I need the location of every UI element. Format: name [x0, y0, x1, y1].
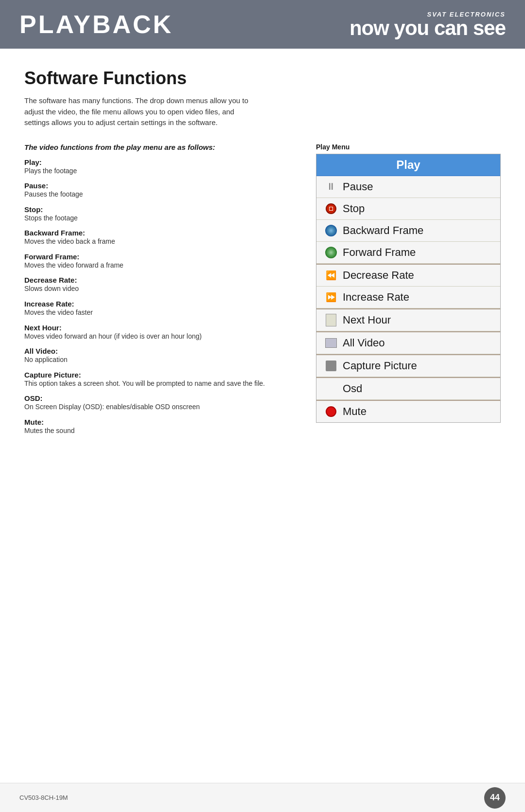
function-next-hour-desc: Moves video forward an hour (if video is…	[24, 332, 297, 342]
function-all-video-desc: No application	[24, 355, 297, 365]
function-next-hour-name: Next Hour:	[24, 324, 297, 332]
mute-icon	[324, 405, 338, 418]
functions-label: The video functions from the play menu a…	[24, 143, 297, 151]
function-mute-desc: Mutes the sound	[24, 426, 297, 436]
function-pause-name: Pause:	[24, 181, 297, 190]
increase-rate-label: Increase Rate	[343, 291, 409, 304]
function-mute-name: Mute:	[24, 418, 297, 426]
function-next-hour: Next Hour: Moves video forward an hour (…	[24, 324, 297, 342]
function-play-name: Play:	[24, 158, 297, 166]
function-osd-desc: On Screen Display (OSD): enables/disable…	[24, 402, 297, 412]
function-osd-name: OSD:	[24, 394, 297, 402]
osd-label: Osd	[343, 382, 362, 395]
stop-label: Stop	[343, 202, 365, 215]
right-column: Play Menu Play ⏸ Pause	[316, 143, 501, 423]
function-backward-frame-name: Backward Frame:	[24, 229, 297, 237]
function-decrease-rate-name: Decrease Rate:	[24, 276, 297, 284]
pause-icon: ⏸	[324, 180, 338, 194]
backward-frame-label: Backward Frame	[343, 224, 423, 237]
menu-item-capture-picture[interactable]: Capture Picture	[316, 354, 500, 377]
play-menu: Play ⏸ Pause Stop	[316, 154, 501, 423]
function-capture-picture-desc: This option takes a screen shot. You wil…	[24, 379, 297, 389]
page-header: PLAYBACK SVAT ELECTRONICS now you can se…	[0, 0, 525, 49]
menu-item-next-hour[interactable]: Next Hour	[316, 308, 500, 331]
function-backward-frame: Backward Frame: Moves the video back a f…	[24, 229, 297, 247]
pause-label: Pause	[343, 180, 373, 193]
decrease-rate-label: Decrease Rate	[343, 269, 414, 282]
menu-item-increase-rate[interactable]: ⏩ Increase Rate	[316, 287, 500, 308]
play-label: Play	[396, 158, 420, 172]
capture-picture-label: Capture Picture	[343, 360, 417, 372]
decrease-rate-icon: ⏪	[324, 269, 338, 282]
menu-item-pause[interactable]: ⏸ Pause	[316, 176, 500, 198]
backward-frame-icon	[324, 224, 338, 237]
function-mute: Mute: Mutes the sound	[24, 418, 297, 436]
brand-block: SVAT ELECTRONICS now you can see	[350, 11, 506, 38]
menu-item-backward-frame[interactable]: Backward Frame	[316, 220, 500, 242]
all-video-label: All Video	[343, 337, 385, 349]
function-all-video-name: All Video:	[24, 347, 297, 355]
function-all-video: All Video: No application	[24, 347, 297, 365]
intro-text: The software has many functions. The dro…	[24, 95, 258, 128]
forward-frame-icon	[324, 246, 338, 259]
increase-rate-icon: ⏩	[324, 290, 338, 304]
menu-item-forward-frame[interactable]: Forward Frame	[316, 242, 500, 264]
footer-model: CV503-8CH-19M	[19, 794, 68, 801]
function-increase-rate: Increase Rate: Moves the video faster	[24, 300, 297, 318]
menu-item-all-video[interactable]: All Video	[316, 331, 500, 354]
function-capture-picture: Capture Picture: This option takes a scr…	[24, 371, 297, 389]
function-play-desc: Plays the footage	[24, 166, 297, 176]
function-decrease-rate-desc: Slows down video	[24, 284, 297, 294]
menu-item-play[interactable]: Play	[316, 154, 500, 176]
capture-picture-icon	[324, 359, 338, 373]
function-capture-picture-name: Capture Picture:	[24, 371, 297, 379]
function-stop-desc: Stops the footage	[24, 214, 297, 223]
section-title: Software Functions	[24, 68, 501, 89]
page-title: PLAYBACK	[19, 10, 173, 39]
next-hour-icon	[324, 313, 338, 327]
function-increase-rate-desc: Moves the video faster	[24, 308, 297, 318]
menu-item-osd[interactable]: Osd	[316, 377, 500, 400]
function-increase-rate-name: Increase Rate:	[24, 300, 297, 308]
function-backward-frame-desc: Moves the video back a frame	[24, 237, 297, 247]
function-pause-desc: Pauses the footage	[24, 190, 297, 199]
footer-page-number: 44	[484, 787, 506, 809]
function-stop-name: Stop:	[24, 205, 297, 214]
menu-item-decrease-rate[interactable]: ⏪ Decrease Rate	[316, 264, 500, 287]
function-decrease-rate: Decrease Rate: Slows down video	[24, 276, 297, 294]
all-video-icon	[324, 336, 338, 350]
main-content: Software Functions The software has many…	[0, 49, 525, 461]
next-hour-label: Next Hour	[343, 314, 391, 326]
menu-item-stop[interactable]: Stop	[316, 198, 500, 220]
function-forward-frame: Forward Frame: Moves the video forward a…	[24, 253, 297, 271]
function-play: Play: Plays the footage	[24, 158, 297, 176]
function-pause: Pause: Pauses the footage	[24, 181, 297, 199]
page-footer: CV503-8CH-19M 44	[0, 783, 525, 812]
stop-icon	[324, 202, 338, 216]
mute-label: Mute	[343, 405, 367, 418]
function-forward-frame-name: Forward Frame:	[24, 253, 297, 261]
brand-tagline: now you can see	[350, 17, 506, 39]
function-forward-frame-desc: Moves the video forward a frame	[24, 261, 297, 271]
osd-icon	[324, 382, 338, 396]
content-columns: The video functions from the play menu a…	[24, 143, 501, 442]
function-osd: OSD: On Screen Display (OSD): enables/di…	[24, 394, 297, 412]
left-column: The video functions from the play menu a…	[24, 143, 297, 442]
play-menu-label: Play Menu	[316, 143, 501, 151]
function-stop: Stop: Stops the footage	[24, 205, 297, 223]
menu-item-mute[interactable]: Mute	[316, 400, 500, 422]
forward-frame-label: Forward Frame	[343, 246, 416, 259]
